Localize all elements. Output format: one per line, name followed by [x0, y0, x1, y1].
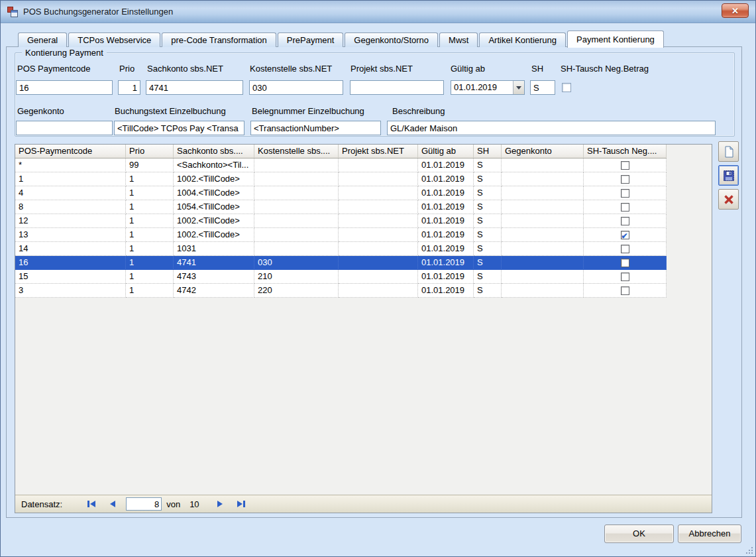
table-cell[interactable]: 1 [126, 172, 174, 186]
row-checkbox[interactable] [621, 259, 629, 267]
tab-artikel-kontierung[interactable]: Artikel Kontierung [479, 32, 566, 47]
table-row[interactable]: 1211002.<TillCode>01.01.2019S [15, 214, 667, 228]
table-cell[interactable]: 4 [15, 186, 126, 200]
table-cell[interactable]: 16 [15, 256, 126, 270]
grid-column-header[interactable]: Sachkonto sbs.... [174, 145, 254, 158]
table-cell[interactable]: S [474, 242, 502, 256]
table-cell[interactable] [339, 200, 418, 214]
table-cell[interactable]: S [474, 200, 502, 214]
table-cell[interactable]: S [474, 228, 502, 242]
table-cell[interactable] [339, 270, 418, 284]
table-cell[interactable]: 01.01.2019 [418, 172, 474, 186]
table-cell[interactable]: 01.01.2019 [418, 270, 474, 284]
table-cell[interactable]: 99 [126, 158, 174, 172]
table-cell[interactable] [502, 256, 584, 270]
grid-column-header[interactable]: Gegenkonto [502, 145, 584, 158]
table-cell[interactable] [339, 158, 418, 172]
table-cell[interactable]: 1002.<TillCode> [174, 214, 254, 228]
gegenkonto-field[interactable] [16, 121, 113, 135]
table-cell[interactable]: 1 [126, 284, 174, 298]
table-cell[interactable]: 1002.<TillCode> [174, 228, 254, 242]
table-cell[interactable]: S [474, 172, 502, 186]
table-cell[interactable] [584, 256, 667, 270]
table-cell[interactable]: 220 [254, 284, 339, 298]
table-cell[interactable] [584, 158, 667, 172]
table-cell[interactable]: 4743 [174, 270, 254, 284]
table-row[interactable]: 141103101.01.2019S [15, 242, 667, 256]
table-cell[interactable]: 4742 [174, 284, 254, 298]
table-cell[interactable] [339, 214, 418, 228]
table-cell[interactable]: 15 [15, 270, 126, 284]
table-row[interactable]: 111002.<TillCode>01.01.2019S [15, 172, 667, 186]
table-row[interactable]: *99<Sachkonto><Til...01.01.2019S [15, 158, 667, 172]
table-cell[interactable] [584, 270, 667, 284]
table-cell[interactable]: 14 [15, 242, 126, 256]
save-button[interactable] [718, 165, 739, 186]
belegnummer-field[interactable] [250, 121, 381, 135]
previous-record-button[interactable] [104, 497, 121, 511]
table-cell[interactable]: S [474, 158, 502, 172]
table-cell[interactable] [584, 186, 667, 200]
table-cell[interactable]: 030 [254, 256, 339, 270]
row-checkbox[interactable] [621, 189, 629, 198]
table-cell[interactable] [502, 214, 584, 228]
row-checkbox[interactable] [621, 245, 629, 253]
sh-tausch-checkbox[interactable] [562, 83, 571, 92]
next-record-button[interactable] [211, 497, 229, 511]
table-cell[interactable] [339, 228, 418, 242]
tab-prepayment[interactable]: PrePayment [278, 32, 344, 47]
table-cell[interactable]: 01.01.2019 [418, 200, 474, 214]
tab-payment-kontierung[interactable]: Payment Kontierung [567, 31, 664, 48]
table-cell[interactable]: 01.01.2019 [418, 242, 474, 256]
last-record-button[interactable] [233, 497, 250, 511]
table-cell[interactable] [502, 228, 584, 242]
datepicker-dropdown-button[interactable] [513, 81, 524, 94]
delete-button[interactable] [718, 189, 739, 210]
cancel-button[interactable]: Abbrechen [678, 525, 741, 543]
grid-column-header[interactable]: SH-Tausch Neg.... [584, 145, 667, 158]
table-cell[interactable] [502, 158, 584, 172]
table-cell[interactable]: 1 [126, 214, 174, 228]
new-record-button[interactable] [718, 141, 739, 162]
table-cell[interactable]: 1054.<TillCode> [174, 200, 254, 214]
table-cell[interactable]: 4741 [174, 256, 254, 270]
tab-tcpos-webservice[interactable]: TCPos Webservice [68, 32, 160, 47]
table-row[interactable]: 151474321001.01.2019S [15, 270, 667, 284]
table-row[interactable]: 1311002.<TillCode>01.01.2019S [15, 228, 667, 242]
record-position-field[interactable] [126, 497, 162, 511]
tab-general[interactable]: General [18, 32, 67, 47]
table-cell[interactable]: 1 [126, 270, 174, 284]
tab-mwst[interactable]: Mwst [439, 32, 478, 47]
row-checkbox[interactable] [621, 175, 629, 184]
table-cell[interactable] [584, 200, 667, 214]
table-cell[interactable] [339, 256, 418, 270]
table-cell[interactable] [502, 172, 584, 186]
gueltig-ab-datepicker[interactable]: 01.01.2019 [451, 80, 525, 95]
table-cell[interactable]: 01.01.2019 [418, 158, 474, 172]
grid-column-header[interactable]: Prio [126, 145, 174, 158]
table-row[interactable]: 411004.<TillCode>01.01.2019S [15, 186, 667, 200]
table-cell[interactable]: S [474, 284, 502, 298]
table-cell[interactable] [254, 158, 339, 172]
table-cell[interactable] [584, 284, 667, 298]
table-cell[interactable] [584, 214, 667, 228]
buchungstext-field[interactable] [114, 121, 244, 135]
table-cell[interactable]: <Sachkonto><Til... [174, 158, 254, 172]
table-cell[interactable]: 12 [15, 214, 126, 228]
table-row[interactable]: 811054.<TillCode>01.01.2019S [15, 200, 667, 214]
row-checkbox[interactable] [621, 203, 629, 212]
table-cell[interactable]: 1 [126, 200, 174, 214]
table-cell[interactable]: 1 [126, 228, 174, 242]
grid-column-header[interactable]: SH [474, 145, 502, 158]
kostenstelle-field[interactable] [249, 80, 343, 95]
table-cell[interactable]: 1 [126, 186, 174, 200]
tab-pre-code-transformation[interactable]: pre-Code Transformation [162, 32, 276, 47]
table-cell[interactable] [254, 186, 339, 200]
table-cell[interactable]: S [474, 270, 502, 284]
table-cell[interactable]: S [474, 256, 502, 270]
table-cell[interactable] [339, 172, 418, 186]
title-bar[interactable]: POS Buchungsgenerator Einstellungen ✕ [1, 1, 755, 23]
table-cell[interactable]: 01.01.2019 [418, 256, 474, 270]
sh-field[interactable] [530, 80, 555, 95]
sachkonto-field[interactable] [146, 80, 243, 95]
